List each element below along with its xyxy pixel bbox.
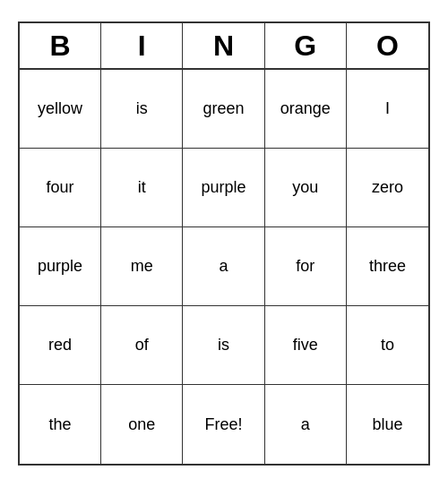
cell-r2-c3: for (265, 227, 347, 306)
header-letter: I (101, 23, 183, 68)
cell-r2-c4: three (347, 227, 428, 306)
cell-r0-c1: is (101, 70, 183, 149)
cell-r1-c1: it (101, 149, 183, 227)
header-letter: N (183, 23, 264, 68)
cell-r4-c4: blue (347, 385, 428, 464)
cell-r0-c0: yellow (20, 70, 101, 149)
cell-r0-c2: green (183, 70, 264, 149)
cell-r4-c1: one (101, 385, 183, 464)
cell-r2-c0: purple (20, 227, 101, 306)
bingo-grid: yellowisgreenorangeIfouritpurpleyouzerop… (20, 70, 428, 464)
cell-r3-c3: five (265, 306, 347, 385)
cell-r4-c2: Free! (183, 385, 264, 464)
cell-r4-c3: a (265, 385, 347, 464)
bingo-header: BINGO (20, 23, 428, 70)
cell-r3-c0: red (20, 306, 101, 385)
cell-r1-c3: you (265, 149, 347, 227)
cell-r1-c0: four (20, 149, 101, 227)
cell-r2-c2: a (183, 227, 264, 306)
cell-r1-c2: purple (183, 149, 264, 227)
cell-r3-c1: of (101, 306, 183, 385)
cell-r4-c0: the (20, 385, 101, 464)
cell-r0-c4: I (347, 70, 428, 149)
header-letter: O (347, 23, 428, 68)
cell-r2-c1: me (101, 227, 183, 306)
cell-r3-c4: to (347, 306, 428, 385)
cell-r3-c2: is (183, 306, 264, 385)
cell-r1-c4: zero (347, 149, 428, 227)
header-letter: B (20, 23, 101, 68)
header-letter: G (265, 23, 347, 68)
bingo-card: BINGO yellowisgreenorangeIfouritpurpleyo… (18, 21, 430, 466)
cell-r0-c3: orange (265, 70, 347, 149)
